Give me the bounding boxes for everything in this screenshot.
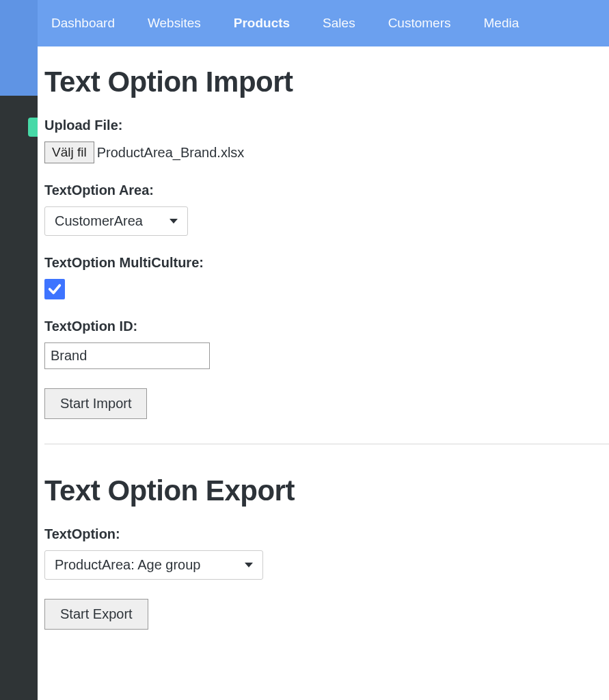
nav-websites[interactable]: Websites	[148, 16, 201, 31]
textoption-area-select[interactable]: CustomerArea	[44, 206, 188, 236]
textoption-id-label: TextOption ID:	[44, 319, 609, 334]
nav-dashboard[interactable]: Dashboard	[51, 16, 115, 31]
chevron-down-icon	[245, 563, 253, 567]
start-import-button[interactable]: Start Import	[44, 388, 147, 419]
textoption-area-label: TextOption Area:	[44, 183, 609, 198]
import-heading: Text Option Import	[44, 66, 609, 98]
start-export-button[interactable]: Start Export	[44, 599, 148, 630]
export-textoption-select[interactable]: ProductArea: Age group	[44, 550, 263, 580]
export-textoption-label: TextOption:	[44, 526, 609, 542]
upload-file-label: Upload File:	[44, 118, 609, 133]
textoption-area-value: CustomerArea	[55, 213, 143, 229]
nav-sales[interactable]: Sales	[323, 16, 355, 31]
textoption-id-input[interactable]	[44, 342, 210, 369]
rail-active-indicator	[28, 118, 38, 137]
nav-products[interactable]: Products	[234, 16, 290, 31]
export-textoption-value: ProductArea: Age group	[55, 557, 200, 573]
left-rail	[0, 0, 38, 700]
nav-customers[interactable]: Customers	[388, 16, 451, 31]
top-nav: Dashboard Websites Products Sales Custom…	[38, 0, 609, 46]
textoption-multiculture-label: TextOption MultiCulture:	[44, 255, 609, 271]
check-icon	[47, 282, 62, 297]
nav-media[interactable]: Media	[484, 16, 519, 31]
selected-file-name: ProductArea_Brand.xlsx	[97, 145, 245, 161]
section-divider	[44, 444, 609, 444]
multiculture-checkbox[interactable]	[44, 279, 65, 299]
content-area: Text Option Import Upload File: Välj fil…	[38, 46, 609, 649]
chevron-down-icon	[170, 219, 178, 224]
left-rail-header	[0, 0, 38, 96]
export-heading: Text Option Export	[44, 474, 609, 507]
choose-file-button[interactable]: Välj fil	[44, 142, 94, 163]
